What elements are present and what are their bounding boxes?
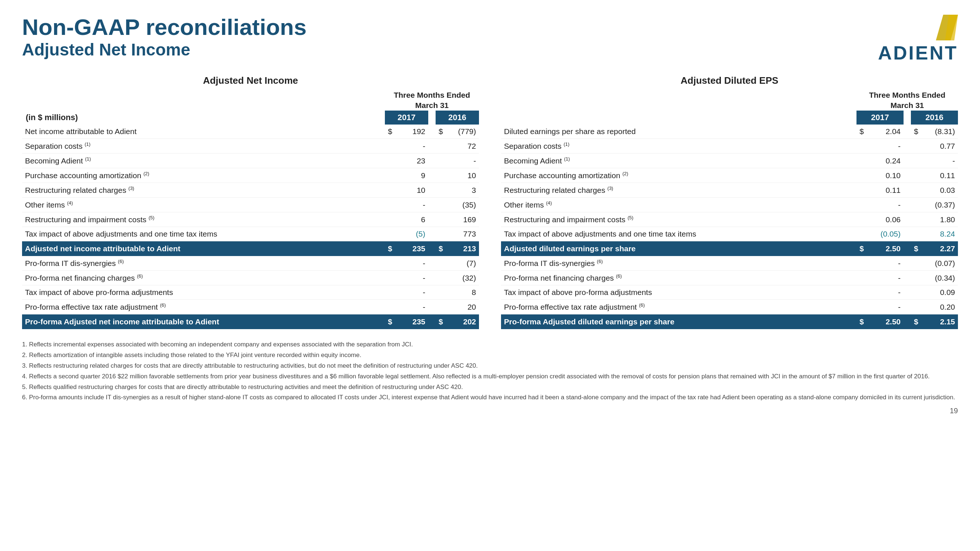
table-row: Restructuring related charges (3)103: [22, 183, 479, 198]
val-2016: -: [921, 154, 958, 168]
highlight-label: Adjusted diluted earnings per share: [501, 241, 856, 256]
gap-col: [428, 198, 436, 212]
row-label: Other items (4): [501, 198, 856, 212]
row-label: Tax impact of above pro-forma adjustment…: [501, 286, 856, 300]
highlight-val-2017: 235: [395, 241, 428, 256]
row-label: Restructuring related charges (3): [22, 183, 385, 198]
table-row: Tax impact of above adjustments and one …: [22, 227, 479, 241]
footnote-6: 6. Pro-forma amounts include IT dis-syne…: [22, 392, 958, 403]
val-2017: -: [395, 198, 428, 212]
gap-col: [904, 168, 911, 183]
sym-2017: [856, 271, 867, 286]
sym-2016: [911, 154, 921, 168]
val-2017: -: [395, 139, 428, 154]
val-2017: 192: [395, 124, 428, 139]
highlight-val-2016: 2.27: [921, 241, 958, 256]
pro-highlight-label: Pro-forma Adjusted net income attributab…: [22, 314, 385, 330]
right-period-header-row: Three Months Ended: [501, 90, 958, 100]
right-march-header-row: March 31: [501, 100, 958, 111]
sym-2017: [385, 256, 395, 271]
gap-col: [904, 124, 911, 139]
sym-2017: [856, 256, 867, 271]
val-2017: 6: [395, 212, 428, 227]
left-section-title: Adjusted Net Income: [22, 75, 479, 86]
val-2016: 8: [446, 286, 479, 300]
val-2017: 10: [395, 183, 428, 198]
gap-col: [904, 286, 911, 300]
highlight-row: Adjusted diluted earnings per share$2.50…: [501, 241, 958, 256]
highlight-sym-2017: $: [856, 241, 867, 256]
right-table-body: Diluted earnings per share as reported$2…: [501, 124, 958, 329]
val-2017: 0.24: [867, 154, 904, 168]
adjusted-net-income-table: Three Months Ended March 31 (in $ millio…: [22, 90, 479, 329]
val-2016: 0.20: [921, 300, 958, 314]
row-label: Net income attributable to Adient: [22, 124, 385, 139]
val-2017: 0.11: [867, 183, 904, 198]
sym-2016: [911, 271, 921, 286]
sym-2017: [385, 139, 395, 154]
footnote-1: 1. Reflects incremental expenses associa…: [22, 340, 958, 350]
val-2016: (7): [446, 256, 479, 271]
sym-2017: [856, 154, 867, 168]
march-header-row: March 31: [22, 100, 479, 111]
row-label: Pro-forma IT dis-synergies (6): [501, 256, 856, 271]
pro-highlight-val-2017: 235: [395, 314, 428, 330]
val-2016: (35): [446, 198, 479, 212]
pro-forma-row: Pro-forma effective tax rate adjustment …: [22, 300, 479, 314]
val-2016: (779): [446, 124, 479, 139]
title-block: Non-GAAP reconciliations Adjusted Net In…: [22, 15, 307, 59]
val-2017: -: [867, 286, 904, 300]
pro-forma-row: Pro-forma IT dis-synergies (6)-(0.07): [501, 256, 958, 271]
sym-2016: $: [911, 124, 921, 139]
val-2016: 72: [446, 139, 479, 154]
right-year-2016-header: 2016: [911, 111, 958, 124]
val-2016: 0.03: [921, 183, 958, 198]
val-2017: 0.10: [867, 168, 904, 183]
highlight-row: Adjusted net income attributable to Adie…: [22, 241, 479, 256]
sym-2016: [911, 139, 921, 154]
row-label: Pro-forma net financing charges (6): [22, 271, 385, 286]
val-2016: (0.07): [921, 256, 958, 271]
pro-highlight-sym-2016: $: [436, 314, 446, 330]
highlight-gap: [904, 241, 911, 256]
table-row: Purchase accounting amortization (2)0.10…: [501, 168, 958, 183]
sym-2017: [856, 300, 867, 314]
sym-2016: [436, 154, 446, 168]
highlight-sym-2017: $: [385, 241, 395, 256]
val-2016: (32): [446, 271, 479, 286]
adjusted-diluted-eps-section: Adjusted Diluted EPS Three Months Ended …: [501, 75, 958, 329]
footnote-3: 3. Reflects restructuring related charge…: [22, 361, 958, 372]
pro-forma-row: Pro-forma IT dis-synergies (6)-(7): [22, 256, 479, 271]
gap-col: [428, 227, 436, 241]
table-row: Restructuring and impairment costs (5)0.…: [501, 212, 958, 227]
gap-col: [904, 154, 911, 168]
gap-col: [904, 300, 911, 314]
footnote-2: 2. Reflects amortization of intangible a…: [22, 350, 958, 361]
val-2016: 10: [446, 168, 479, 183]
val-2016: 169: [446, 212, 479, 227]
gap-col: [428, 168, 436, 183]
val-2016: -: [446, 154, 479, 168]
right-year-2017-header: 2017: [856, 111, 904, 124]
val-2016: 20: [446, 300, 479, 314]
sym-2017: [385, 168, 395, 183]
highlight-label: Adjusted net income attributable to Adie…: [22, 241, 385, 256]
sym-2017: [385, 300, 395, 314]
row-label: Separation costs (1): [501, 139, 856, 154]
table-row: Other items (4)-(0.37): [501, 198, 958, 212]
val-2017: 0.06: [867, 212, 904, 227]
pro-highlight-val-2016: 202: [446, 314, 479, 330]
gap-col: [428, 212, 436, 227]
left-table-body: Net income attributable to Adient$192$(7…: [22, 124, 479, 329]
val-2016: 3: [446, 183, 479, 198]
gap-col: [904, 256, 911, 271]
sym-2016: [436, 256, 446, 271]
val-2017: -: [867, 139, 904, 154]
row-label: Pro-forma IT dis-synergies (6): [22, 256, 385, 271]
sym-2016: $: [436, 124, 446, 139]
val-2017: -: [395, 271, 428, 286]
sym-2016: [911, 212, 921, 227]
gap-col: [428, 286, 436, 300]
footnote-4: 4. Reflects a second quarter 2016 $22 mi…: [22, 372, 958, 382]
right-gap-col: [904, 111, 911, 124]
